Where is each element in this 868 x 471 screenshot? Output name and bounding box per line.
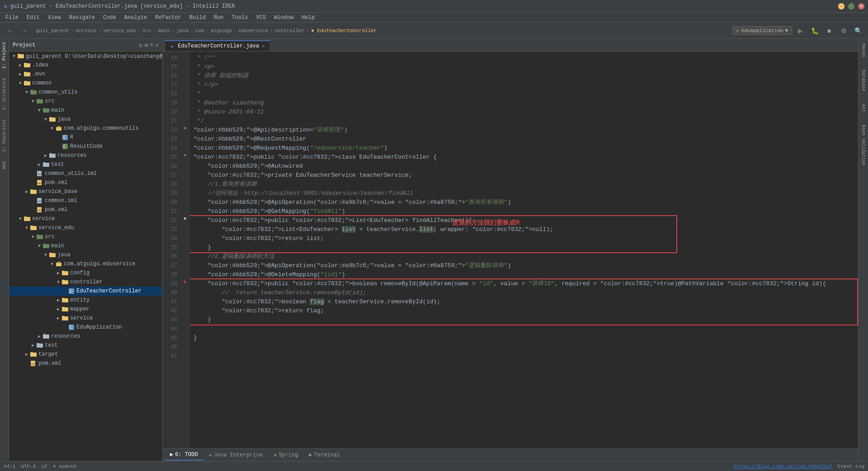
tree-item-resultcode[interactable]: CResultCode (9, 142, 162, 151)
tree-item-service[interactable]: ▼service (9, 214, 162, 223)
coverage-button[interactable]: ■ (823, 24, 835, 37)
bottom-tab-java-enterprise[interactable]: ★ Java Enterprise (203, 450, 268, 460)
tree-item-com.atguigu.commonutils[interactable]: ▼com.atguigu.commonutils (9, 124, 162, 133)
run-config-selector[interactable]: ▶ EduApplication ▼ (732, 26, 792, 35)
tree-item-main[interactable]: ▼main (9, 106, 162, 115)
editor-tab-eduteachercontroller[interactable]: ★ EduTeacherController.java ✕ (165, 40, 270, 51)
menu-build[interactable]: Build (186, 14, 209, 22)
menu-view[interactable]: View (44, 14, 65, 22)
status-spaces[interactable]: 4 spaces (53, 464, 77, 469)
menu-code[interactable]: Code (99, 14, 120, 22)
tree-item-service_edu[interactable]: ▼service_edu (9, 223, 162, 232)
breadcrumb-controller[interactable]: controller (275, 28, 305, 33)
tree-arrow-icon: ▶ (17, 62, 24, 68)
tree-item-common.iml[interactable]: imlcommon.iml (9, 196, 162, 205)
tree-item-controller[interactable]: ▼controller (9, 278, 162, 287)
tree-item-.mvn[interactable]: ▶.mvn (9, 70, 162, 79)
line-number-20: 20 (165, 108, 179, 117)
tree-item-java[interactable]: ▼java (9, 115, 162, 124)
side-tab-web[interactable]: Web (1, 158, 8, 172)
breadcrumb-service-edu[interactable]: service_edu (103, 28, 136, 33)
back-button[interactable]: ← (4, 24, 16, 37)
project-close-icon[interactable]: ✕ (155, 42, 159, 49)
right-tab-maven[interactable]: Maven (860, 41, 867, 60)
tree-item-common_utils[interactable]: ▼common_utils (9, 88, 162, 97)
tree-item-mapper[interactable]: ▶mapper (9, 305, 162, 314)
tree-item-resources[interactable]: ▶resources (9, 332, 162, 341)
breadcrumb-eduservice[interactable]: eduservice (238, 28, 268, 33)
project-sync-icon[interactable]: ↻ (139, 42, 143, 49)
side-tab-2-structure[interactable]: 2: Structure (1, 75, 8, 113)
tree-item-src[interactable]: ▼src (9, 97, 162, 106)
tree-item-resources[interactable]: ▶resources (9, 151, 162, 160)
tree-item-service_base[interactable]: ▶service_base (9, 187, 162, 196)
tree-item-entity[interactable]: ▶entity (9, 296, 162, 305)
tree-item-java[interactable]: ▼java (9, 250, 162, 259)
tree-item-config[interactable]: ▶config (9, 268, 162, 278)
tab-close-button[interactable]: ✕ (262, 43, 264, 49)
tree-item-pom.xml[interactable]: xmlpom.xml (9, 359, 162, 368)
breadcrumb-com[interactable]: com (195, 28, 204, 33)
tree-item-com.atguigu.eduservice[interactable]: ▼com.atguigu.eduservice (9, 259, 162, 268)
tree-item-r[interactable]: CR (9, 133, 162, 142)
breadcrumb-guli-parent[interactable]: guli_parent (36, 28, 69, 33)
right-tab-ant[interactable]: Ant (860, 101, 867, 115)
tree-item-pom.xml[interactable]: xmlpom.xml (9, 178, 162, 187)
breadcrumb-java[interactable]: java (177, 28, 189, 33)
breadcrumb-atguigu[interactable]: atguigu (211, 28, 231, 33)
code-line-21: */ (193, 117, 854, 126)
menu-navigate[interactable]: Navigate (65, 14, 99, 22)
menu-help[interactable]: Help (298, 14, 318, 22)
status-lf[interactable]: LF (41, 464, 47, 469)
tree-item-.idea[interactable]: ▶.idea (9, 61, 162, 70)
menu-tools[interactable]: Tools (228, 14, 252, 22)
editor-content[interactable]: 1415161718192021222324252627282930313233… (163, 52, 858, 448)
menu-file[interactable]: File (2, 14, 22, 22)
menu-vcs[interactable]: VCS (253, 14, 270, 22)
project-gear-icon[interactable]: ⚙ (145, 42, 148, 49)
bottom-tab-spring[interactable]: ♣ Spring (268, 450, 303, 460)
right-tab-bean-validation[interactable]: Bean Validation (860, 122, 867, 168)
tree-item-common[interactable]: ▼common (9, 79, 162, 88)
close-button[interactable]: ✕ (858, 3, 864, 9)
run-button[interactable]: ▶ (794, 24, 807, 37)
tree-item-pom.xml[interactable]: xmlpom.xml (9, 205, 162, 214)
status-encoding[interactable]: UTF-8 (21, 464, 36, 469)
status-url[interactable]: https://blog.csdn.net/qq_44841547 (734, 464, 832, 469)
breadcrumb-service[interactable]: service (75, 28, 96, 33)
breadcrumb-main[interactable]: main (158, 28, 170, 33)
tree-item-src[interactable]: ▼src (9, 232, 162, 241)
bottom-tab-todo[interactable]: ▶ 6: TODO (165, 449, 203, 461)
menu-window[interactable]: Window (270, 14, 297, 22)
menu-refactor[interactable]: Refactor (151, 14, 185, 22)
debug-button[interactable]: 🐛 (808, 24, 821, 37)
minimize-button[interactable]: ─ (838, 3, 844, 9)
tree-item-test[interactable]: ▶test (9, 341, 162, 350)
bottom-tab-terminal[interactable]: ► Terminal (303, 450, 345, 460)
maximize-button[interactable]: □ (848, 3, 854, 9)
breadcrumb-controller-class[interactable]: ● EduTeacherController (311, 28, 377, 33)
tree-item-eduteachercontroller[interactable]: CEduTeacherController (9, 287, 162, 296)
settings-button[interactable]: ⚙ (837, 24, 850, 37)
menu-run[interactable]: Run (210, 14, 227, 22)
breadcrumb-src[interactable]: src (142, 28, 151, 33)
tree-item-target[interactable]: ▶target (9, 350, 162, 359)
side-tab-favorites[interactable]: 2: Favorites (1, 117, 8, 155)
code-editor[interactable]: * /** * <p> * 讲师 前端控制器 * </p> * * @autho… (190, 52, 858, 448)
project-settings-icon[interactable]: ≡ (150, 42, 153, 49)
tree-item-service[interactable]: ▶service (9, 314, 162, 323)
status-event-log[interactable]: Event Log (838, 464, 864, 469)
forward-button[interactable]: → (18, 24, 31, 37)
tree-item-guli_parent[interactable]: ▼guli_parent D:\UserData\Desktop\xiaozha… (9, 52, 162, 61)
tree-item-main[interactable]: ▼main (9, 241, 162, 250)
tree-node-icon (55, 260, 62, 268)
tree-node-icon: C (61, 134, 69, 141)
search-everywhere-button[interactable]: 🔍 (852, 24, 864, 37)
tree-item-common_utils.iml[interactable]: imlcommon_utils.iml (9, 169, 162, 178)
right-tab-database[interactable]: Database (860, 67, 867, 94)
menu-analyze[interactable]: Analyze (121, 14, 151, 22)
side-tab-1-project[interactable]: 1: Project (1, 39, 8, 71)
menu-edit[interactable]: Edit (23, 14, 43, 22)
tree-item-test[interactable]: ▶test (9, 160, 162, 169)
tree-item-eduapplication[interactable]: CEduApplication (9, 323, 162, 332)
